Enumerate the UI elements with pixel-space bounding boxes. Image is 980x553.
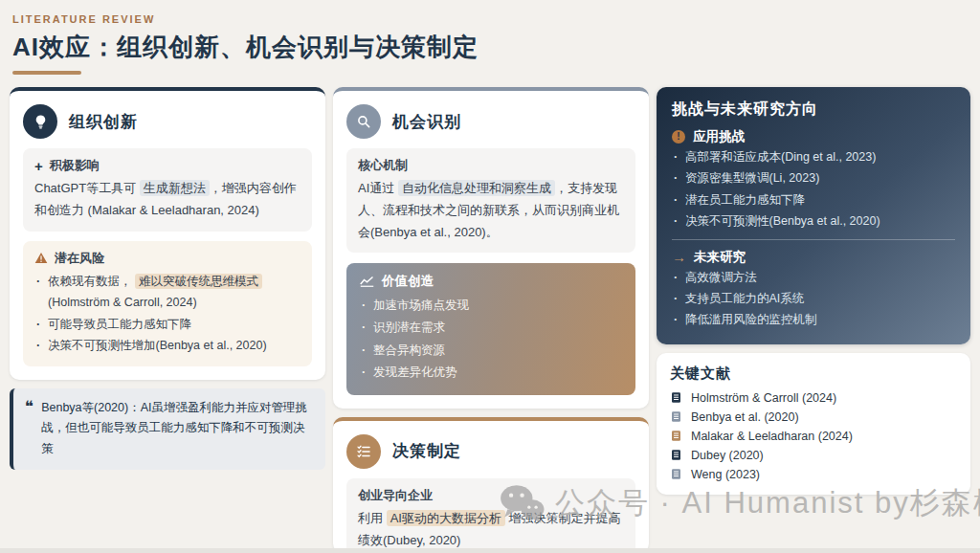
future-research-heading: → 未来研究: [672, 249, 955, 266]
value-list: 加速市场痛点发现 识别潜在需求 整合异构资源 发现差异化优势: [360, 295, 622, 384]
challenge-item: 潜在员工能力感知下降: [672, 191, 955, 210]
heading-label: 潜在风险: [55, 250, 104, 267]
venture-heading: 创业导向企业: [358, 487, 624, 504]
application-challenges-heading: ! 应用挑战: [672, 128, 955, 145]
card-key-references: 关键文献 Holmström & Carroll (2024) Benbya e…: [657, 353, 970, 495]
slide: LITERATURE REVIEW AI效应：组织创新、机会识别与决策制定 组织…: [0, 0, 980, 553]
column-opportunity-decision: 机会识别 核心机制 AI通过 自动化信息处理和洞察生成，支持发现人、流程和技术之…: [333, 87, 649, 553]
challenge-item: 决策不可预测性(Benbya et al., 2020): [672, 212, 955, 231]
title-underline: [12, 71, 81, 75]
risk-list: 依赖现有数据， 难以突破传统思维模式 (Holmström & Carroll,…: [34, 271, 301, 357]
venture-box: 创业导向企业 利用 AI驱动的大数据分析 增强决策制定并提高绩效(Dubey, …: [346, 478, 635, 553]
core-mechanism-box: 核心机制 AI通过 自动化信息处理和洞察生成，支持发现人、流程和技术之间的新联系…: [346, 148, 635, 253]
risk-item: 决策不可预测性增加(Benbya et al., 2020): [34, 335, 301, 357]
card-header: 决策制定: [346, 434, 635, 469]
reference-label: Holmström & Carroll (2024): [691, 391, 836, 405]
future-item: 降低滥用风险的监控机制: [672, 311, 955, 329]
heading-label: 价值创造: [382, 273, 434, 290]
references-title: 关键文献: [670, 365, 957, 383]
column-innovation: 组织创新 + 积极影响 ChatGPT等工具可 生成新想法，增强内容创作和创造力…: [10, 87, 325, 553]
reference-item: Benbya et al. (2020): [670, 410, 957, 424]
chart-line-icon: [360, 276, 374, 287]
book-icon: [670, 430, 682, 442]
reference-label: Benbya et al. (2020): [691, 410, 799, 424]
card-header: 组织创新: [23, 104, 312, 139]
value-item: 发现差异化优势: [360, 362, 622, 384]
value-item: 整合异构资源: [360, 340, 622, 362]
positive-impact-text: ChatGPT等工具可 生成新想法，增强内容创作和创造力 (Malakar & …: [34, 178, 301, 222]
card-decision-making: 决策制定 创业导向企业 利用 AI驱动的大数据分析 增强决策制定并提高绩效(Du…: [333, 417, 649, 553]
card-header: 机会识别: [346, 104, 635, 139]
quote-box: ❝ Benbya等(2020)：AI虽增强盈利能力并应对管理挑战，但也可能导致员…: [10, 388, 325, 471]
plus-icon: +: [34, 159, 43, 173]
value-item: 识别潜在需求: [360, 317, 622, 339]
search-icon: [346, 104, 381, 139]
eyebrow-label: LITERATURE REVIEW: [12, 13, 970, 25]
card-organizational-innovation: 组织创新 + 积极影响 ChatGPT等工具可 生成新想法，增强内容创作和创造力…: [10, 87, 325, 380]
value-item: 加速市场痛点发现: [360, 295, 622, 317]
text-segment: AI通过: [358, 181, 398, 195]
book-icon: [670, 449, 682, 461]
value-creation-heading: 价值创造: [360, 273, 622, 290]
risk-item: 依赖现有数据， 难以突破传统思维模式 (Holmström & Carroll,…: [34, 271, 301, 314]
text-segment: 依赖现有数据，: [48, 275, 135, 288]
arrow-right-icon: →: [672, 250, 686, 264]
positive-impact-box: + 积极影响 ChatGPT等工具可 生成新想法，增强内容创作和创造力 (Mal…: [23, 148, 312, 232]
lightbulb-icon: [23, 104, 57, 139]
reference-item: Dubey (2020): [670, 449, 957, 462]
venture-text: 利用 AI驱动的大数据分析 增强决策制定并提高绩效(Dubey, 2020): [358, 508, 624, 552]
reference-label: Malakar & Leeladharan (2024): [691, 430, 853, 443]
potential-risk-box: 潜在风险 依赖现有数据， 难以突破传统思维模式 (Holmström & Car…: [23, 241, 312, 366]
card-opportunity-identification: 机会识别 核心机制 AI通过 自动化信息处理和洞察生成，支持发现人、流程和技术之…: [333, 87, 649, 409]
warning-icon: [34, 252, 48, 264]
card-title: 挑战与未来研究方向: [672, 100, 955, 120]
core-mechanism-text: AI通过 自动化信息处理和洞察生成，支持发现人、流程和技术之间的新联系，从而识别…: [358, 178, 624, 243]
reference-label: Dubey (2020): [691, 449, 764, 462]
challenge-item: 资源密集型微调(Li, 2023): [672, 169, 955, 188]
reference-item: Holmström & Carroll (2024): [670, 391, 957, 405]
heading-label: 积极影响: [50, 157, 100, 174]
heading-label: 创业导向企业: [358, 487, 433, 504]
risk-item: 可能导致员工能力感知下降: [34, 314, 301, 336]
quote-icon: ❝: [25, 398, 33, 461]
future-item: 支持员工能力的AI系统: [672, 290, 955, 308]
card-title: 机会识别: [392, 111, 461, 133]
highlight-text: 自动化信息处理和洞察生成: [398, 180, 555, 196]
challenge-item: 高部署和适应成本(Ding et al., 2023): [672, 148, 955, 166]
future-research-list: 高效微调方法 支持员工能力的AI系统 降低滥用风险的监控机制: [672, 269, 955, 330]
book-icon: [670, 410, 682, 423]
book-icon: [670, 391, 682, 404]
card-title: 决策制定: [392, 440, 461, 462]
column-challenges-references: 挑战与未来研究方向 ! 应用挑战 高部署和适应成本(Ding et al., 2…: [657, 87, 970, 553]
heading-label: 未来研究: [694, 249, 746, 266]
exclamation-icon: !: [672, 130, 685, 144]
card-title: 组织创新: [69, 111, 138, 133]
book-icon: [670, 468, 682, 480]
slide-header: LITERATURE REVIEW AI效应：组织创新、机会识别与决策制定: [10, 13, 970, 75]
reference-item: Weng (2023): [670, 468, 957, 481]
card-challenges-future: 挑战与未来研究方向 ! 应用挑战 高部署和适应成本(Ding et al., 2…: [657, 87, 970, 344]
section-divider: [672, 239, 955, 240]
content-columns: 组织创新 + 积极影响 ChatGPT等工具可 生成新想法，增强内容创作和创造力…: [10, 87, 970, 553]
heading-label: 核心机制: [358, 157, 408, 174]
quote-text: Benbya等(2020)：AI虽增强盈利能力并应对管理挑战，但也可能导致员工能…: [41, 398, 314, 461]
core-mechanism-heading: 核心机制: [358, 157, 624, 174]
text-segment: (Holmström & Carroll, 2024): [48, 296, 197, 309]
future-item: 高效微调方法: [672, 269, 955, 287]
highlight-text: AI驱动的大数据分析: [387, 510, 505, 526]
bottom-edge-strip: [0, 548, 980, 553]
page-title: AI效应：组织创新、机会识别与决策制定: [12, 31, 970, 64]
reference-item: Malakar & Leeladharan (2024): [670, 430, 957, 443]
potential-risk-heading: 潜在风险: [34, 250, 301, 267]
highlight-text: 生成新想法: [140, 180, 210, 196]
application-challenges-list: 高部署和适应成本(Ding et al., 2023) 资源密集型微调(Li, …: [672, 148, 955, 232]
text-segment: 利用: [358, 511, 387, 525]
heading-label: 应用挑战: [693, 128, 745, 145]
reference-label: Weng (2023): [691, 468, 760, 481]
positive-impact-heading: + 积极影响: [34, 157, 301, 174]
value-creation-box: 价值创造 加速市场痛点发现 识别潜在需求 整合异构资源 发现差异化优势: [346, 263, 635, 395]
text-segment: ChatGPT等工具可: [34, 181, 140, 195]
highlight-text: 难以突破传统思维模式: [135, 274, 262, 289]
checklist-icon: [346, 434, 381, 469]
